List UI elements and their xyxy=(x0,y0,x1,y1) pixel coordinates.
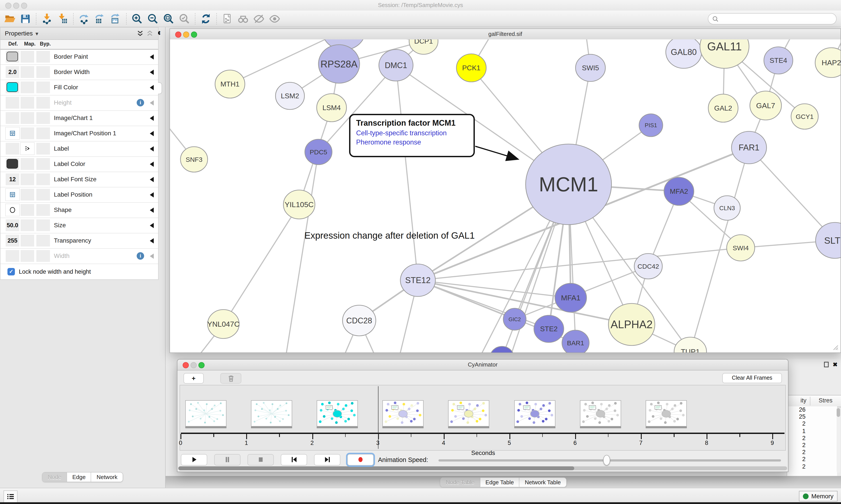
import-table-button[interactable] xyxy=(56,12,70,25)
bypass-cell[interactable] xyxy=(36,51,50,62)
default-cell[interactable] xyxy=(6,143,19,155)
mapping-cell[interactable] xyxy=(21,97,34,109)
node-GCY1[interactable]: GCY1 xyxy=(791,104,818,129)
mapping-cell[interactable] xyxy=(21,82,34,93)
zoom-selected-button[interactable] xyxy=(177,12,192,25)
node-GIC2[interactable]: GIC2 xyxy=(503,308,526,330)
node-SWI5[interactable]: SWI5 xyxy=(576,54,605,82)
node-MCM1[interactable]: MCM1 xyxy=(526,144,611,224)
mapping-cell[interactable] xyxy=(21,66,34,78)
expand-property-icon[interactable] xyxy=(150,254,154,259)
node-PIS1[interactable]: PIS1 xyxy=(639,114,663,137)
annotation-link[interactable]: Cell-type-specific transcription xyxy=(356,129,473,137)
table-row[interactable]: 2 xyxy=(787,442,837,449)
mapping-cell[interactable] xyxy=(21,189,34,201)
color-swatch[interactable] xyxy=(6,159,18,168)
color-swatch[interactable] xyxy=(6,52,18,61)
node-STE12[interactable]: STE12 xyxy=(400,264,435,296)
search-input[interactable] xyxy=(708,13,837,24)
expand-property-icon[interactable] xyxy=(150,223,154,228)
annotation-link[interactable]: Pheromone response xyxy=(356,138,473,146)
node-STE4[interactable]: STE4 xyxy=(764,47,793,74)
node-MFA1[interactable]: MFA1 xyxy=(555,283,587,312)
next-frame-button[interactable] xyxy=(314,454,340,466)
property-row-label-font-size[interactable]: 12Label Font Size xyxy=(0,172,158,187)
node-LSM2[interactable]: LSM2 xyxy=(275,82,304,109)
table-row[interactable]: 2 xyxy=(787,435,837,442)
default-cell[interactable] xyxy=(6,250,19,262)
mapping-cell[interactable] xyxy=(21,174,34,185)
resize-grip-icon[interactable] xyxy=(831,343,839,351)
bypass-cell[interactable] xyxy=(36,143,50,155)
default-cell[interactable] xyxy=(6,127,19,139)
node-ALPHA2[interactable]: ALPHA2 xyxy=(608,303,655,345)
frame-thumbnail-1[interactable] xyxy=(251,400,292,427)
color-swatch[interactable] xyxy=(6,82,18,92)
node-MFA2[interactable]: MFA2 xyxy=(664,177,694,205)
property-row-height[interactable]: Heighti xyxy=(0,95,158,111)
network-window-titlebar[interactable]: galFiltered.sif xyxy=(170,29,841,40)
network-annotation[interactable]: Transcription factor MCM1 Cell-type-spec… xyxy=(349,114,475,157)
mapping-cell[interactable] xyxy=(21,112,34,124)
expand-all-icon[interactable] xyxy=(137,30,143,37)
export-network-button[interactable] xyxy=(77,12,91,25)
bypass-cell[interactable] xyxy=(36,219,50,231)
frame-thumbnail-7[interactable] xyxy=(646,400,687,427)
frame-thumbnail-3[interactable] xyxy=(382,400,424,427)
add-frame-button[interactable]: + xyxy=(183,373,204,383)
info-icon[interactable]: i xyxy=(137,99,144,106)
hide-details-button[interactable] xyxy=(252,12,266,25)
bypass-cell[interactable] xyxy=(36,127,50,139)
node-STE2[interactable]: STE2 xyxy=(534,315,564,342)
save-session-button[interactable] xyxy=(18,12,32,25)
node-SWI4[interactable]: SWI4 xyxy=(727,235,755,261)
play-button[interactable] xyxy=(181,454,207,466)
node-RPS28A[interactable]: RPS28A xyxy=(319,45,360,83)
mapping-cell[interactable] xyxy=(21,219,34,231)
info-icon[interactable]: i xyxy=(137,252,144,260)
expand-property-icon[interactable] xyxy=(150,208,154,213)
record-button[interactable] xyxy=(347,454,374,466)
node-CDC28[interactable]: CDC28 xyxy=(342,305,376,336)
panel-tab-network[interactable]: Network xyxy=(91,472,123,482)
timeline-playhead[interactable] xyxy=(378,386,378,449)
mapping-cell[interactable] xyxy=(21,158,34,170)
bypass-cell[interactable] xyxy=(36,112,50,124)
export-image-button[interactable] xyxy=(109,12,123,25)
expand-property-icon[interactable] xyxy=(150,131,154,136)
expand-property-icon[interactable] xyxy=(150,115,154,121)
node-DCP1[interactable]: DCP1 xyxy=(409,39,438,54)
property-row-fill-color[interactable]: Fill Color xyxy=(0,80,158,95)
property-row-image-chart-position-1[interactable]: Image/Chart Position 1 xyxy=(0,126,158,141)
clear-all-frames-button[interactable]: Clear All Frames xyxy=(722,373,782,383)
table-row[interactable]: 2 xyxy=(787,463,837,470)
import-network-button[interactable] xyxy=(40,12,54,25)
animation-speed-handle[interactable] xyxy=(603,455,610,466)
bypass-cell[interactable] xyxy=(36,235,50,247)
property-row-label[interactable]: Label xyxy=(0,141,158,157)
frame-thumbnail-5[interactable] xyxy=(514,400,555,427)
node-PDC5[interactable]: PDC5 xyxy=(305,139,332,165)
frames-timeline[interactable]: 0123456789Seconds xyxy=(180,385,786,451)
expand-property-icon[interactable] xyxy=(150,162,154,167)
table-row[interactable]: 2 xyxy=(787,420,837,428)
bypass-cell[interactable] xyxy=(36,66,50,78)
previous-frame-button[interactable] xyxy=(281,454,307,466)
bypass-cell[interactable] xyxy=(36,158,50,170)
mapping-cell[interactable] xyxy=(21,127,34,139)
node-GAL2[interactable]: GAL2 xyxy=(708,94,738,122)
panel-tab-edge[interactable]: Edge xyxy=(67,472,91,482)
table-tab-edge-table[interactable]: Edge Table xyxy=(480,478,520,487)
zoom-in-button[interactable] xyxy=(130,12,144,25)
mapping-cell[interactable] xyxy=(21,235,34,247)
node-GAL7[interactable]: GAL7 xyxy=(750,91,782,120)
timeline-scrollbar-thumb[interactable] xyxy=(178,466,574,470)
bypass-cell[interactable] xyxy=(36,189,50,201)
default-cell[interactable] xyxy=(6,112,19,124)
default-cell[interactable] xyxy=(6,204,19,216)
memory-button[interactable]: Memory xyxy=(799,491,838,501)
node-MTH1[interactable]: MTH1 xyxy=(215,70,245,98)
property-row-image-chart-1[interactable]: Image/Chart 1 xyxy=(0,111,158,126)
edge-YIL105C-YNL047C[interactable] xyxy=(223,204,299,324)
mapping-cell[interactable] xyxy=(21,204,34,216)
